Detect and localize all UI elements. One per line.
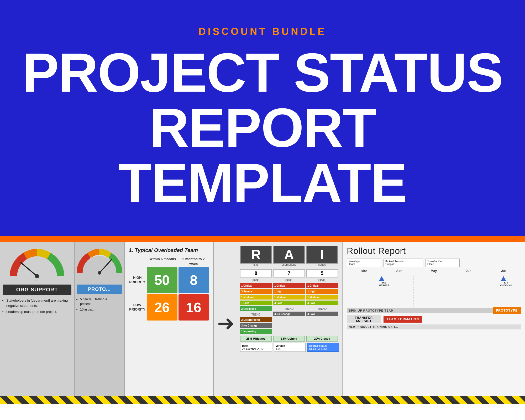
svg-text:...: ... (34, 279, 36, 281)
matrix-headers: Within 6 months 6 months to 2 years (147, 257, 209, 266)
rai-a-nochange: 3 No Change (273, 312, 305, 316)
transfer-support-row: TRANSFER SUPPORT TEAM FORMATION (347, 315, 521, 323)
prototype-btn[interactable]: PROTOTYPE (493, 307, 521, 314)
rai-i-count: 5 (306, 269, 338, 277)
rai-i-low: 3 Low (306, 301, 338, 305)
gauge2-container (75, 247, 125, 281)
dashed-line (413, 276, 413, 307)
matrix-row-low: LOW PRIORITY 26 16 (129, 294, 209, 321)
callout-kickoff-transfer: Kick-off TransferSupport (384, 259, 423, 267)
low-priority-label: LOW PRIORITY (129, 294, 146, 321)
rai-r-col: 8 LEVEL 1 Critical 3 Severe 1 Moderate 1… (240, 269, 272, 334)
rai-pct-a: 14% Upheld (273, 336, 305, 342)
rai-a-col-header: A ssumptions (273, 246, 305, 267)
rai-pct-r: 25% Mitigated (240, 336, 272, 342)
hero-title: PROJECT STATUS REPORT TEMPLATE (21, 45, 504, 211)
rai-r-nochange: 3 No Change (240, 323, 272, 328)
gauge1-bullet2: Leadership must promote project. (6, 309, 71, 314)
rai-a-high: 1 High (273, 289, 305, 294)
rai-trend-label-a: TREND (273, 307, 305, 310)
rai-a-sub: ssumptions (282, 263, 296, 266)
rai-col-wrap: 8 LEVEL 1 Critical 3 Severe 1 Moderate 1… (240, 269, 339, 334)
svg-point-1 (35, 274, 39, 278)
gauge1-panel: ... ORG SUPPORT Stakeholders in [departm… (0, 242, 75, 404)
svg-point-4 (98, 271, 101, 275)
gauge2-svg (77, 247, 122, 276)
gauge1-container: ... (8, 247, 66, 281)
matrix-cell-26: 26 (147, 294, 177, 321)
rai-i-medium: 1 Medium (306, 295, 338, 300)
callout-transfer-pro: Transfer Pro...Place... (426, 259, 460, 267)
matrix-cell-8: 8 (178, 267, 209, 293)
rai-pct-i: 20% Closed (306, 336, 338, 342)
month-mar: Mar (347, 269, 382, 273)
rai-pct-row: 25% Mitigated 14% Upheld 20% Closed (240, 336, 339, 342)
month-may: May (416, 269, 451, 273)
matrix-col1-header: Within 6 months (147, 257, 178, 266)
hero-section: DISCOUNT BUNDLE PROJECT STATUS REPORT TE… (0, 0, 525, 236)
rai-date-label: Date (242, 344, 270, 347)
rai-r-sub: isks (254, 263, 259, 266)
rai-r-col-header: R isks (240, 246, 272, 267)
rai-i-col-header: I ssues (306, 246, 338, 267)
rai-panel: R isks A ssumptions I ssues 8 LEVEL 1 Cr… (238, 242, 343, 404)
gauge2-bullet2: 10 in pip... (80, 307, 122, 312)
rai-r-count: 8 (240, 269, 272, 277)
rai-date-value: 27 October 2012 (242, 347, 264, 350)
rai-r-critical: 1 Critical (240, 283, 272, 288)
rai-date-row: Date 27 October 2012 Version 1.00 Overal… (240, 343, 339, 352)
callout-row: PrototypeTeam Kick-off TransferSupport T… (347, 259, 521, 267)
rai-i-box: I (306, 246, 338, 264)
gauge1-label: ORG SUPPORT (3, 285, 71, 295)
rai-a-low: 3 Low (273, 301, 305, 305)
hero-title-line1: PROJECT STATUS (21, 45, 504, 100)
rai-r-negligible: 2 Negligible (240, 306, 272, 311)
spin-up-row: SPIN UP PROTOTYPE TEAM PROTOTYPE (347, 307, 521, 314)
rai-overall-status-value: RECOVERING (309, 347, 328, 350)
rai-a-critical: 1 Critical (273, 283, 305, 288)
milestone-first-report: FIRSTREPORT (382, 276, 392, 287)
matrix-rows: HIGH PRIORITY 50 8 LOW PRIORITY 26 16 (129, 267, 209, 321)
rai-a-box: A (273, 246, 305, 264)
rai-r-deteriorating: 2 Deteriorating (240, 317, 272, 322)
rai-i-high: 1 High (306, 289, 338, 294)
matrix-panel: 1. Typical Overloaded Team Within 6 mont… (125, 242, 214, 404)
hero-title-line2: REPORT TEMPLATE (21, 100, 504, 211)
svg-line-3 (99, 259, 112, 273)
rai-headers: R isks A ssumptions I ssues (240, 246, 339, 267)
milestone-kpi-check: KPICHECK #1 (503, 276, 514, 287)
rai-version-label: Version (276, 344, 304, 347)
spin-up-label: SPIN UP PROTOTYPE TEAM (347, 308, 493, 313)
rai-a-col: 7 LEVEL 1 Critical 1 High 1 Medium 3 Low… (273, 269, 305, 334)
gantt-months: Mar Apr May Jun Jul (347, 269, 521, 274)
month-apr: Apr (382, 269, 417, 273)
rai-trend-label-i: TREND (306, 307, 338, 310)
new-product-label: NEW PRODUCT TRAINING UNIT... (347, 324, 521, 329)
footer: B Business-Docs.co.uk (0, 404, 525, 420)
matrix-row-high: HIGH PRIORITY 50 8 (129, 267, 209, 293)
rai-version-value: 1.00 (276, 347, 281, 350)
matrix-title: 1. Typical Overloaded Team (129, 247, 209, 253)
rai-i-critical: 1 Critical (306, 283, 338, 288)
rai-level-label-a: LEVEL (273, 279, 305, 282)
rai-level-label-i: LEVEL (306, 279, 338, 282)
rai-date-box: Date 27 October 2012 (240, 343, 272, 352)
hazard-stripe (0, 396, 525, 404)
gauge2-bullets: 5 new ic... testing a... present... 10 i… (77, 297, 122, 313)
rai-r-improving: 1 Improving (240, 329, 272, 334)
svg-line-0 (21, 262, 37, 276)
matrix-cell-50: 50 (147, 267, 177, 293)
rai-r-low: 1 Low (240, 301, 272, 305)
callout-prototype-team: PrototypeTeam (347, 259, 381, 267)
month-jun: Jun (451, 269, 486, 273)
rai-r-severe: 3 Severe (240, 289, 272, 294)
team-formation-btn[interactable]: TEAM FORMATION (384, 316, 422, 323)
gantt-bar-area: FIRSTREPORT KPICHECK #1 (347, 276, 521, 307)
gauge1-bullets: Stakeholders in [department] are making … (3, 298, 71, 316)
rollout-title: Rollout Report (347, 246, 521, 256)
gauge1-svg: ... (8, 247, 66, 281)
rai-a-medium: 1 Medium (273, 295, 305, 300)
matrix-cell-16: 16 (178, 294, 209, 321)
rai-r-moderate: 1 Moderate (240, 295, 272, 300)
orange-divider (0, 236, 525, 242)
